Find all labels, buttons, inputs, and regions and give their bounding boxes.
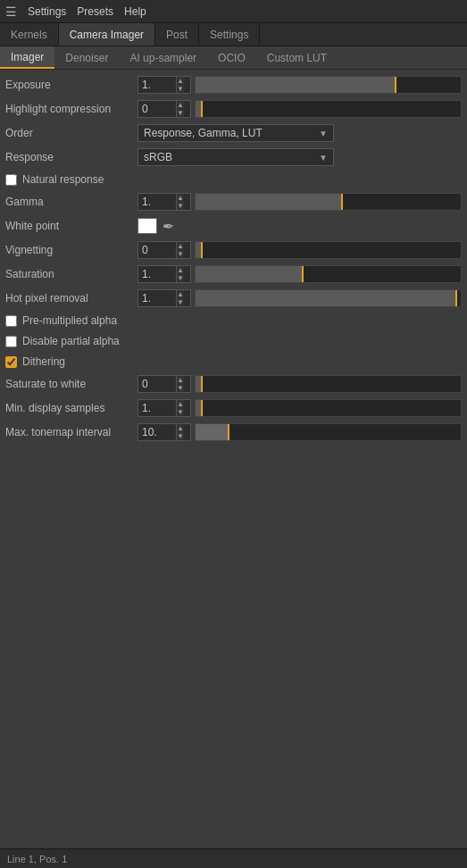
saturate-to-white-up[interactable]: ▲ <box>177 376 184 384</box>
min-display-samples-up[interactable]: ▲ <box>177 400 184 408</box>
hot-pixel-removal-spinbox[interactable]: ▲ ▼ <box>138 289 191 307</box>
vignetting-down[interactable]: ▼ <box>177 250 184 258</box>
dithering-checkbox[interactable] <box>5 356 17 368</box>
gamma-row: Gamma ▲ ▼ <box>0 190 467 213</box>
hot-pixel-removal-label: Hot pixel removal <box>5 292 138 305</box>
subtab-imager[interactable]: Imager <box>0 46 54 69</box>
highlight-compression-row: Highlight compression ▲ ▼ <box>0 97 467 121</box>
hot-pixel-removal-down[interactable]: ▼ <box>177 298 184 306</box>
natural-response-row: Natural response <box>0 170 467 189</box>
vignetting-slider[interactable] <box>195 241 462 259</box>
hot-pixel-removal-arrows: ▲ ▼ <box>176 290 184 306</box>
saturation-fill <box>196 266 302 282</box>
vignetting-spinbox[interactable]: ▲ ▼ <box>138 241 191 259</box>
exposure-row: Exposure ▲ ▼ <box>0 73 467 96</box>
vignetting-label: Vignetting <box>5 244 138 256</box>
min-display-samples-input[interactable] <box>138 402 176 414</box>
subtab-ai-upsampler[interactable]: AI up-sampler <box>119 46 207 69</box>
saturate-to-white-input[interactable] <box>138 378 176 390</box>
saturation-label: Saturation <box>5 268 138 280</box>
min-display-samples-down[interactable]: ▼ <box>177 408 184 416</box>
min-display-samples-slider[interactable] <box>195 399 462 417</box>
statusbar: Line 1, Pos. 1 <box>0 848 467 868</box>
exposure-up[interactable]: ▲ <box>177 77 184 85</box>
natural-response-label: Natural response <box>22 173 104 186</box>
vignetting-marker <box>201 242 203 258</box>
menu-icon[interactable]: ☰ <box>5 4 17 19</box>
content-area: Exposure ▲ ▼ Highlight compression ▲ ▼ <box>0 70 467 848</box>
gamma-marker <box>341 194 343 210</box>
max-tonemap-interval-input[interactable] <box>138 426 176 438</box>
response-dropdown[interactable]: sRGB ▼ <box>138 148 334 166</box>
pre-multiplied-alpha-label: Pre-multiplied alpha <box>22 314 117 327</box>
max-tonemap-interval-spinbox[interactable]: ▲ ▼ <box>138 423 191 441</box>
order-dropdown[interactable]: Response, Gamma, LUT ▼ <box>138 124 334 142</box>
exposure-input[interactable] <box>138 79 176 91</box>
menu-presets[interactable]: Presets <box>77 5 113 18</box>
exposure-spinbox[interactable]: ▲ ▼ <box>138 76 191 94</box>
white-point-swatch[interactable] <box>138 218 157 234</box>
gamma-spinbox[interactable]: ▲ ▼ <box>138 193 191 211</box>
disable-partial-alpha-checkbox[interactable] <box>5 336 17 347</box>
gamma-up[interactable]: ▲ <box>177 194 184 202</box>
menu-settings[interactable]: Settings <box>28 5 66 18</box>
disable-partial-alpha-row: Disable partial alpha <box>0 331 467 351</box>
tab-camera-imager[interactable]: Camera Imager <box>59 23 155 46</box>
subtab-custom-lut[interactable]: Custom LUT <box>256 46 338 69</box>
gamma-input[interactable] <box>138 196 176 208</box>
exposure-slider[interactable] <box>195 76 462 94</box>
disable-partial-alpha-label: Disable partial alpha <box>22 335 120 347</box>
tab-post[interactable]: Post <box>155 23 199 46</box>
order-label: Order <box>5 127 138 139</box>
response-row: Response sRGB ▼ <box>0 146 467 169</box>
exposure-down[interactable]: ▼ <box>177 85 184 93</box>
subtab-denoiser[interactable]: Denoiser <box>54 46 119 69</box>
pre-multiplied-alpha-checkbox[interactable] <box>5 315 17 327</box>
vignetting-up[interactable]: ▲ <box>177 242 184 250</box>
natural-response-checkbox[interactable] <box>5 174 17 186</box>
max-tonemap-interval-arrows: ▲ ▼ <box>176 424 184 440</box>
order-dropdown-arrow: ▼ <box>319 129 328 138</box>
subtab-ocio[interactable]: OCIO <box>207 46 256 69</box>
statusbar-text: Line 1, Pos. 1 <box>7 854 67 864</box>
eyedropper-icon[interactable]: ✒ <box>163 218 174 235</box>
exposure-fill <box>196 77 395 93</box>
saturation-slider[interactable] <box>195 265 462 283</box>
gamma-slider[interactable] <box>195 193 462 211</box>
saturation-spinbox[interactable]: ▲ ▼ <box>138 265 191 283</box>
highlight-compression-up[interactable]: ▲ <box>177 101 184 109</box>
min-display-samples-spinbox[interactable]: ▲ ▼ <box>138 399 191 417</box>
saturation-marker <box>302 266 304 282</box>
saturate-to-white-down[interactable]: ▼ <box>177 384 184 392</box>
saturation-input[interactable] <box>138 268 176 280</box>
min-display-samples-marker <box>201 400 203 416</box>
max-tonemap-interval-label: Max. tonemap interval <box>5 426 138 438</box>
gamma-arrows: ▲ ▼ <box>176 194 184 210</box>
hot-pixel-removal-up[interactable]: ▲ <box>177 290 184 298</box>
saturation-row: Saturation ▲ ▼ <box>0 263 467 286</box>
hot-pixel-removal-slider[interactable] <box>195 289 462 307</box>
saturate-to-white-spinbox[interactable]: ▲ ▼ <box>138 375 191 393</box>
vignetting-arrows: ▲ ▼ <box>176 242 184 258</box>
tab-settings[interactable]: Settings <box>199 23 260 46</box>
max-tonemap-interval-up[interactable]: ▲ <box>177 424 184 432</box>
saturation-down[interactable]: ▼ <box>177 274 184 282</box>
max-tonemap-interval-down[interactable]: ▼ <box>177 432 184 440</box>
highlight-compression-spinbox[interactable]: ▲ ▼ <box>138 100 191 118</box>
highlight-compression-slider[interactable] <box>195 100 462 118</box>
highlight-compression-input[interactable] <box>138 103 176 115</box>
top-tabs: Kernels Camera Imager Post Settings <box>0 23 467 46</box>
gamma-down[interactable]: ▼ <box>177 202 184 210</box>
saturate-to-white-slider[interactable] <box>195 375 462 393</box>
white-point-label: White point <box>5 220 138 232</box>
saturation-up[interactable]: ▲ <box>177 266 184 274</box>
max-tonemap-interval-marker <box>228 424 229 440</box>
max-tonemap-interval-slider[interactable] <box>195 423 462 441</box>
hot-pixel-removal-input[interactable] <box>138 292 176 305</box>
dithering-row: Dithering <box>0 352 467 371</box>
highlight-compression-down[interactable]: ▼ <box>177 109 184 117</box>
tab-kernels[interactable]: Kernels <box>0 23 59 46</box>
menu-help[interactable]: Help <box>124 5 146 18</box>
vignetting-input[interactable] <box>138 244 176 256</box>
order-row: Order Response, Gamma, LUT ▼ <box>0 121 467 145</box>
